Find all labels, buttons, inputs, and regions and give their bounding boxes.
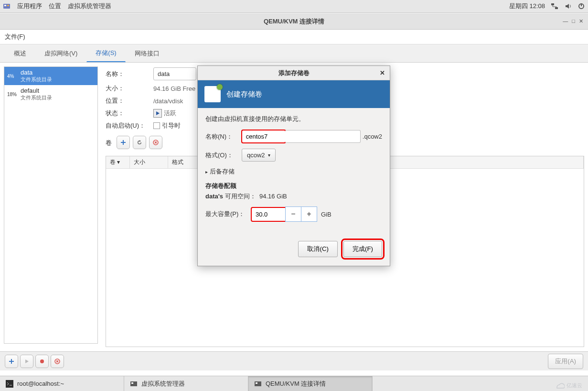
svg-rect-12 xyxy=(131,382,133,384)
places-menu[interactable]: 位置 xyxy=(49,2,61,11)
pool-sidebar: 4% data 文件系统目录 18% default 文件系统目录 xyxy=(0,63,102,349)
label-volumes: 卷 xyxy=(106,139,112,147)
label-state: 状态： xyxy=(106,109,153,118)
dialog-title: 添加存储卷 xyxy=(278,69,310,77)
dialog-header-title: 创建存储卷 xyxy=(226,90,262,99)
capacity-unit: GiB xyxy=(321,211,331,218)
pool-item-default[interactable]: 18% default 文件系统目录 xyxy=(4,85,97,103)
apply-button[interactable]: 应用(A) xyxy=(548,354,583,369)
quota-heading: 存储卷配额 xyxy=(205,182,382,190)
start-pool-button[interactable] xyxy=(20,355,33,368)
delete-volume-button[interactable] xyxy=(149,136,162,149)
dialog-close-button[interactable]: ✕ xyxy=(380,69,385,76)
network-icon[interactable] xyxy=(551,2,558,10)
col-volume[interactable]: 卷 ▾ xyxy=(106,156,130,168)
pool-name-input[interactable]: data xyxy=(153,67,196,80)
volume-name-input-extra[interactable] xyxy=(285,130,361,143)
pool-usage-pct: 4% xyxy=(7,74,18,79)
autostart-label: 引导时 xyxy=(162,121,181,130)
col-size[interactable]: 大小 xyxy=(130,156,168,168)
file-menu[interactable]: 文件(F) xyxy=(5,33,25,41)
volume-icon[interactable] xyxy=(564,2,572,10)
vmm-icon xyxy=(254,380,262,388)
refresh-volume-button[interactable] xyxy=(133,136,146,149)
cancel-button[interactable]: 取消(C) xyxy=(298,241,338,257)
pool-size-value: 94.16 GiB Free xyxy=(153,85,195,92)
label-format: 格式(O)： xyxy=(205,151,242,160)
dialog-description: 创建由虚拟机直接使用的存储单元。 xyxy=(205,115,382,123)
vmm-icon xyxy=(130,380,138,388)
svg-rect-14 xyxy=(256,382,257,384)
add-volume-dialog: 添加存储卷 ✕ 创建存储卷 创建由虚拟机直接使用的存储单元。 名称(N)： .q… xyxy=(197,65,390,266)
dialog-titlebar[interactable]: 添加存储卷 ✕ xyxy=(198,66,390,80)
disk-icon xyxy=(204,86,221,102)
watermark: 亿速云 xyxy=(554,381,582,389)
pool-item-data[interactable]: 4% data 文件系统目录 xyxy=(4,67,97,85)
taskbar-terminal[interactable]: root@localhost:~ xyxy=(0,376,124,391)
available-space: data's 可用空间： 94.16 GiB xyxy=(205,192,382,201)
window-titlebar[interactable]: QEMU/KVM 连接详情 — □ ✕ xyxy=(0,13,588,30)
terminal-icon xyxy=(6,380,13,388)
pool-state-value: 活跃 xyxy=(164,109,176,118)
svg-rect-10 xyxy=(6,380,13,388)
capacity-increment[interactable]: + xyxy=(301,206,317,222)
tabs: 概述 虚拟网络(V) 存储(S) 网络接口 xyxy=(0,44,588,63)
minimize-button[interactable]: — xyxy=(563,18,568,24)
format-select[interactable]: qcow2 xyxy=(242,149,276,162)
pool-usage-pct: 18% xyxy=(7,92,18,97)
label-autostart: 自动启动(U)： xyxy=(106,121,153,130)
svg-rect-1 xyxy=(4,5,6,6)
add-volume-button[interactable] xyxy=(117,136,130,149)
pool-location-value: /data/vdisk xyxy=(153,98,183,105)
activities-icon xyxy=(3,2,11,10)
tab-overview[interactable]: 概述 xyxy=(5,45,35,62)
volume-name-input[interactable] xyxy=(242,130,286,143)
bottom-toolbar: 应用(A) xyxy=(0,351,588,370)
capacity-input[interactable] xyxy=(251,207,286,221)
tab-storage[interactable]: 存储(S) xyxy=(86,44,125,62)
maximize-button[interactable]: □ xyxy=(572,18,575,24)
vmm-menu[interactable]: 虚拟系统管理器 xyxy=(68,2,111,11)
pool-type: 文件系统目录 xyxy=(21,94,52,101)
taskbar: root@localhost:~ 虚拟系统管理器 QEMU/KVM 连接详情 xyxy=(0,376,588,391)
window-title: QEMU/KVM 连接详情 xyxy=(264,17,324,26)
pool-name: data xyxy=(21,69,52,76)
volume-extension: .qcow2 xyxy=(363,133,382,140)
svg-rect-4 xyxy=(555,7,558,9)
tab-network-interfaces[interactable]: 网络接口 xyxy=(126,45,169,62)
pool-type: 文件系统目录 xyxy=(21,76,52,83)
active-icon xyxy=(153,109,162,118)
backing-store-expander[interactable]: 后备存储 xyxy=(205,167,382,176)
capacity-decrement[interactable]: − xyxy=(285,206,301,222)
finish-button[interactable]: 完成(F) xyxy=(343,241,382,257)
clock-label[interactable]: 星期四 12:08 xyxy=(509,2,545,11)
close-button[interactable]: ✕ xyxy=(579,18,583,24)
pool-list[interactable]: 4% data 文件系统目录 18% default 文件系统目录 xyxy=(4,66,98,344)
delete-pool-button[interactable] xyxy=(51,355,64,368)
taskbar-label: root@localhost:~ xyxy=(17,380,64,387)
label-volume-name: 名称(N)： xyxy=(205,132,242,141)
dialog-header: 创建存储卷 xyxy=(198,80,390,108)
svg-rect-2 xyxy=(7,5,9,6)
menubar: 文件(F) xyxy=(0,30,588,44)
label-max-capacity: 最大容量(P)： xyxy=(205,210,251,218)
svg-point-8 xyxy=(40,359,44,363)
pool-name: default xyxy=(21,87,52,94)
label-location: 位置： xyxy=(106,97,153,105)
taskbar-vmm[interactable]: 虚拟系统管理器 xyxy=(124,376,248,391)
label-name: 名称： xyxy=(106,70,153,78)
svg-rect-6 xyxy=(581,3,582,6)
taskbar-connection-details[interactable]: QEMU/KVM 连接详情 xyxy=(248,376,373,391)
add-pool-button[interactable] xyxy=(5,355,18,368)
applications-menu[interactable]: 应用程序 xyxy=(17,2,42,11)
label-size: 大小： xyxy=(106,84,153,93)
gnome-top-panel: 应用程序 位置 虚拟系统管理器 星期四 12:08 xyxy=(0,0,588,13)
power-icon[interactable] xyxy=(577,2,585,10)
tab-virtual-networks[interactable]: 虚拟网络(V) xyxy=(35,45,86,62)
autostart-checkbox[interactable] xyxy=(153,122,160,129)
stop-pool-button[interactable] xyxy=(35,355,49,368)
taskbar-label: 虚拟系统管理器 xyxy=(141,380,185,388)
svg-rect-3 xyxy=(551,3,554,5)
taskbar-label: QEMU/KVM 连接详情 xyxy=(266,380,326,388)
